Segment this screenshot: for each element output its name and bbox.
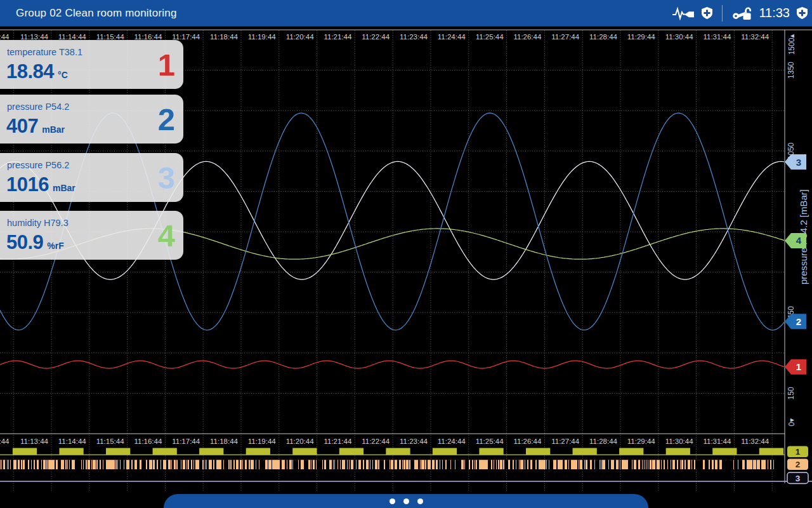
- svg-text:11:31:44: 11:31:44: [703, 438, 731, 445]
- channel-card-4[interactable]: humidity H79.3 50.9%rF 4: [0, 211, 183, 260]
- svg-text:11:26:44: 11:26:44: [513, 438, 542, 445]
- svg-text:11:17:44: 11:17:44: [172, 438, 200, 445]
- svg-text::44: :44: [0, 438, 10, 445]
- svg-text:3: 3: [796, 157, 801, 168]
- channel-unit: %rF: [47, 241, 63, 251]
- svg-text:11:16:44: 11:16:44: [134, 438, 162, 445]
- channel-card-2[interactable]: pressure P54.2 407mBar 2: [0, 95, 183, 144]
- svg-text:11:20:44: 11:20:44: [286, 438, 315, 445]
- signal-record-icon: [672, 6, 695, 20]
- channel-value: 18.84: [6, 60, 54, 83]
- svg-text:11:21:44: 11:21:44: [324, 438, 352, 445]
- svg-text:11:14:44: 11:14:44: [58, 438, 87, 445]
- svg-text:3: 3: [796, 474, 801, 483]
- menu-drawer-handle[interactable]: [164, 494, 648, 508]
- channel-name: pressure P54.2: [7, 102, 69, 112]
- setup-unlocked-key-icon: [732, 5, 752, 22]
- channel-marker-4[interactable]: 4: [785, 233, 806, 248]
- group-title: Group 02 Clean room monitoring: [0, 7, 177, 20]
- channel-name: pressure P56.2: [7, 160, 69, 170]
- drawer-dot: [403, 498, 409, 504]
- screen: { "header": { "title": "Group 02 Clean r…: [0, 0, 812, 508]
- svg-text:11:13:44: 11:13:44: [20, 438, 49, 445]
- svg-text:11:28:44: 11:28:44: [589, 438, 618, 445]
- channel-unit: mBar: [53, 183, 75, 193]
- svg-text:2: 2: [796, 460, 801, 469]
- svg-text:11:19:44: 11:19:44: [248, 438, 277, 445]
- header-status-area: 11:33: [672, 5, 812, 22]
- channel-card-1[interactable]: temperature T38.1 18.84°C 1: [0, 40, 183, 89]
- drawer-dot: [390, 498, 395, 504]
- svg-text:1: 1: [796, 447, 801, 457]
- svg-text:4: 4: [796, 235, 802, 246]
- svg-text:1350: 1350: [787, 62, 796, 79]
- svg-text:11:29:44: 11:29:44: [627, 438, 656, 445]
- svg-text:150: 150: [787, 387, 796, 399]
- channel-number: 2: [158, 95, 175, 144]
- svg-text:11:24:44: 11:24:44: [438, 438, 466, 445]
- channel-value: 1016: [6, 173, 49, 196]
- channel-name: temperature T38.1: [7, 47, 82, 57]
- svg-text:11:25:44: 11:25:44: [476, 438, 504, 445]
- svg-text:11:22:44: 11:22:44: [362, 438, 390, 445]
- svg-text:11:15:44: 11:15:44: [96, 438, 125, 445]
- svg-text:11:32:44: 11:32:44: [741, 438, 769, 445]
- track-badge-3[interactable]: 3: [787, 472, 808, 484]
- svg-text:0▾: 0▾: [787, 418, 796, 427]
- header-bar: Group 02 Clean room monitoring 11:33: [0, 0, 812, 27]
- header-divider: [722, 5, 723, 22]
- track-badge-1[interactable]: 1: [787, 446, 808, 458]
- svg-text:1: 1: [796, 361, 801, 372]
- channel-value: 50.9: [6, 231, 43, 254]
- channel-value: 407: [6, 115, 38, 138]
- channel-marker-1[interactable]: 1: [785, 359, 806, 375]
- svg-text:11:23:44: 11:23:44: [400, 438, 428, 445]
- svg-text:2: 2: [796, 316, 801, 327]
- svg-text:11:18:44: 11:18:44: [210, 438, 239, 445]
- config-changed-shield-icon: [702, 7, 712, 19]
- config-changed-shield-icon: [797, 7, 808, 19]
- svg-text:11:27:44: 11:27:44: [551, 438, 580, 445]
- channel-number: 4: [158, 211, 175, 260]
- channel-unit: mBar: [42, 124, 65, 135]
- channel-card-3[interactable]: pressure P56.2 1016mBar 3: [0, 153, 183, 202]
- channel-unit: °C: [58, 70, 68, 80]
- svg-text:11:30:44: 11:30:44: [665, 438, 694, 445]
- channel-number: 1: [158, 40, 175, 89]
- drawer-dot: [417, 498, 423, 504]
- track-badge-2[interactable]: 2: [787, 459, 808, 471]
- channel-name: humidity H79.3: [7, 218, 69, 228]
- svg-text:1500▴: 1500▴: [787, 34, 796, 55]
- clock: 11:33: [759, 6, 790, 20]
- channel-number: 3: [158, 153, 175, 202]
- event-tracks: [0, 448, 812, 482]
